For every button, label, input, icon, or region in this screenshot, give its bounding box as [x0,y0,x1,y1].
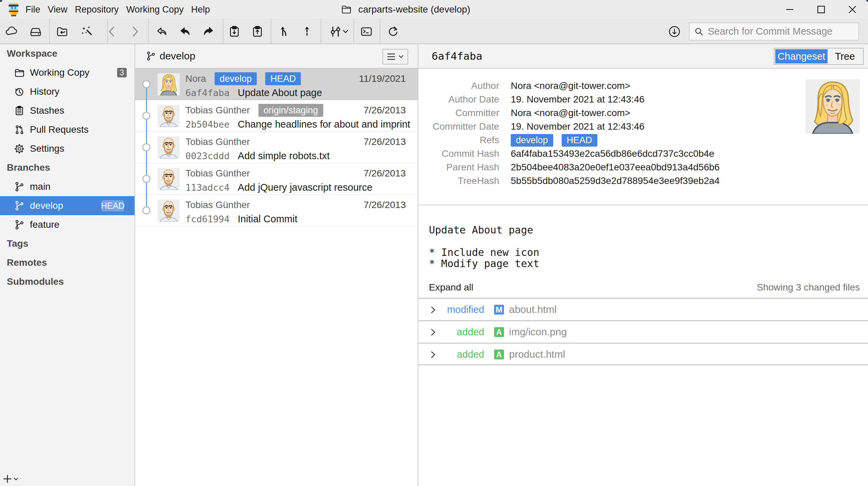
file-row-product.html[interactable]: added A product.html [418,343,868,365]
toolbar-divider [321,19,321,43]
avatar-nora [158,73,180,95]
close-button[interactable] [837,0,868,19]
commit-row-fcd61994[interactable]: Tobias Günther 7/26/2013 fcd61994 Initia… [135,195,418,226]
minimize-button[interactable] [774,0,806,19]
commit-row-6af4faba[interactable]: NoradevelopHEAD 11/19/2021 6af4faba Upda… [135,69,418,100]
sidebar-item-stashes[interactable]: Stashes [0,101,134,120]
sidebar-item-label: feature [30,219,59,230]
ref-badge-develop: develop [511,134,553,147]
field-value: Nora <nora@git-tower.com> [511,80,630,91]
commit-line-1: Tobias Güntherorigin/staging [185,104,323,117]
field-author-date: Author Date19. November 2021 at 12:43:46 [418,93,720,106]
avatar-tobias [158,136,180,158]
file-status-badge: M [494,305,504,315]
commit-subject: Add jQuery javascript resource [238,182,373,193]
commit-line-2: 2b504bee Change headlines for about and … [185,118,410,130]
menu-view[interactable]: View [44,0,71,19]
field-author: AuthorNora <nora@git-tower.com> [418,79,720,93]
tab-changeset[interactable]: Changeset [775,49,828,63]
refresh-button[interactable] [385,19,401,43]
push-clipboard-button[interactable] [249,19,266,43]
commit-line-2: 0023cddd Add simple robots.txt [185,150,330,162]
back-button[interactable] [104,19,120,43]
sidebar-item-feature[interactable]: feature [0,215,134,234]
field-value: developHEAD [511,134,597,147]
stash-icon [14,105,25,116]
changed-files-summary: Showing 3 changed files [757,282,860,293]
commit-short-hash: 6af4faba [185,88,230,98]
changeset-tree-toggle: ChangesetTree [774,48,864,65]
pull-clipboard-button[interactable] [226,19,242,43]
sidebar-section-submodules: Submodules [0,276,64,287]
field-refs: RefsdevelopHEAD [418,133,720,147]
toolbar-divider [148,19,149,43]
hamburger-icon [387,53,395,60]
graph-node [142,175,150,183]
commit-row-2b504bee[interactable]: Tobias Güntherorigin/staging 7/26/2013 2… [135,100,418,132]
sidebar-item-history[interactable]: History [0,82,134,101]
cherry-pick-button[interactable] [299,19,315,43]
field-label: TreeHash [418,175,499,186]
undo-button[interactable] [177,19,193,43]
menu-help[interactable]: Help [187,0,214,19]
commit-list-pane: develop NoradevelopHEAD 11/19/2021 6af4f… [135,44,418,486]
field-value: 19. November 2021 at 12:43:46 [511,121,645,132]
ref-badge-origin/staging: origin/staging [258,104,323,117]
search-input[interactable] [708,26,854,37]
tab-tree[interactable]: Tree [828,49,862,63]
merge-button[interactable] [276,19,292,43]
screen-corner-artifact-left [0,0,2,2]
window-controls [774,0,868,19]
menu-repository[interactable]: Repository [71,0,123,19]
sidebar-item-working-copy[interactable]: Working Copy3 [0,63,134,82]
commit-date: 7/26/2013 [363,135,406,148]
fetch-button[interactable] [668,25,681,38]
commit-short-hash: 113adcc4 [185,182,230,193]
commit-line-2: 113adcc4 Add jQuery javascript resource [185,181,373,193]
magic-wand-button[interactable] [78,19,95,43]
file-status: modified [418,299,484,320]
field-committer-date: Committer Date19. November 2021 at 12:43… [418,120,720,133]
sidebar-item-label: History [30,86,59,97]
commit-subject: Change headlines for about and imprint [238,119,410,130]
gear-icon [14,143,25,154]
forward-button[interactable] [127,19,143,43]
share-button[interactable] [154,19,170,43]
file-row-about.html[interactable]: modified M about.html [418,298,868,320]
sidebar-add-button[interactable] [3,474,19,484]
compare-button[interactable] [328,19,349,43]
avatar-tobias [158,105,180,127]
branch-icon [14,200,25,211]
ref-badge-HEAD: HEAD [562,134,597,147]
drive-button[interactable] [28,19,44,43]
graph-node [142,206,150,214]
field-value: 5b55b5db080a5259d3e2d788954e3ee9f39eb2a4 [511,175,720,186]
sidebar-item-pull-requests[interactable]: Pull Requests [0,120,134,139]
commit-author: Tobias Günther [185,200,250,210]
file-path: about.html [509,299,557,320]
current-branch-label: develop [160,50,195,62]
expand-all-link[interactable]: Expand all [429,282,473,293]
sidebar-item-develop[interactable]: developHEAD [0,196,134,215]
list-options-button[interactable] [382,49,408,64]
file-status: added [418,343,484,365]
file-path: img/icon.png [509,321,567,343]
sidebar-item-settings[interactable]: Settings [0,139,134,158]
toolbar-right-group [668,19,859,43]
menu-working-copy[interactable]: Working Copy [123,0,187,19]
file-row-img/icon.png[interactable]: added A img/icon.png [418,320,868,343]
redo-button[interactable] [200,19,216,43]
changed-files-list: modified M about.html added A img/icon.p… [418,298,868,365]
cloud-button[interactable] [3,19,20,43]
open-folder-button[interactable] [54,19,70,43]
window-title-group: carparts-website (develop) [341,0,470,19]
file-status-badge: A [494,327,504,337]
terminal-button[interactable] [358,19,375,43]
menu-file[interactable]: File [25,0,44,19]
sidebar-item-main[interactable]: main [0,177,134,196]
file-status: added [418,321,484,343]
commit-row-0023cddd[interactable]: Tobias Günther 7/26/2013 0023cddd Add si… [135,132,418,163]
commit-row-113adcc4[interactable]: Tobias Günther 7/26/2013 113adcc4 Add jQ… [135,163,418,195]
maximize-button[interactable] [806,0,837,19]
branch-icon [146,51,156,61]
